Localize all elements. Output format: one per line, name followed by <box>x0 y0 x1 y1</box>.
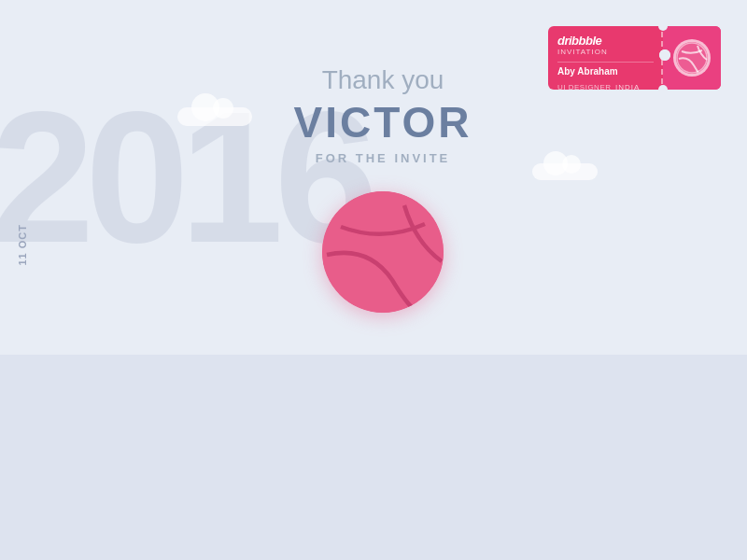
date-text: 11 OCT <box>17 224 28 266</box>
ticket: dribbble Invitation Aby Abraham UI DESIG… <box>548 26 721 90</box>
dribbble-ball-svg <box>322 191 444 313</box>
ticket-right <box>663 26 721 90</box>
date-label: 11 OCT <box>17 224 28 266</box>
main-content: Thank you VICTOR FOR THE INVITE <box>233 65 532 313</box>
ticket-name: Aby Abraham <box>557 66 654 77</box>
subtitle-text: FOR THE INVITE <box>233 151 532 165</box>
ticket-dashed-line <box>661 32 663 84</box>
ticket-role: UI DESIGNER <box>557 83 612 91</box>
ticket-brand: dribbble <box>557 34 654 48</box>
ticket-ball-icon <box>673 39 711 77</box>
dribbble-ball <box>322 191 444 313</box>
name-text: VICTOR <box>233 97 532 147</box>
thank-you-text: Thank you <box>233 65 532 95</box>
cloud-right <box>532 163 598 180</box>
ticket-country: INDIA <box>615 83 640 91</box>
ticket-dribbble-svg <box>676 42 708 74</box>
ticket-label: Invitation <box>557 48 654 56</box>
ticket-divider <box>557 62 654 63</box>
bg-bottom <box>0 355 747 560</box>
ticket-left: dribbble Invitation Aby Abraham UI DESIG… <box>548 26 663 90</box>
